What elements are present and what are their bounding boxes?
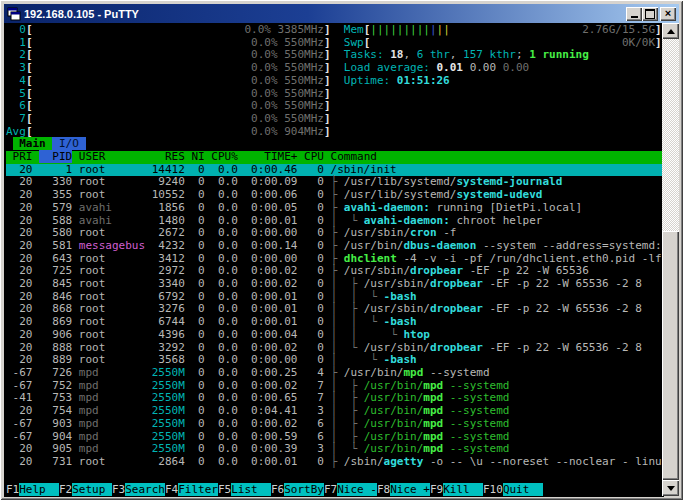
minimize-button[interactable] [626, 7, 642, 21]
putty-window: 192.168.0.105 - PuTTY × 0[ 0.0% 3385MHz]… [0, 0, 683, 500]
fkey-f8[interactable]: F8 [377, 483, 390, 496]
putty-icon [7, 7, 21, 21]
fkey-f5-label[interactable]: List [231, 483, 271, 496]
fkey-f1-label[interactable]: Help [19, 483, 59, 496]
scroll-down-button[interactable] [662, 480, 679, 496]
fkey-f4[interactable]: F4 [165, 483, 178, 496]
fkey-f2[interactable]: F2 [59, 483, 72, 496]
titlebar[interactable]: 192.168.0.105 - PuTTY × [4, 4, 679, 23]
function-key-bar: F1Help F2Setup F3SearchF4FilterF5List F6… [6, 484, 664, 497]
close-button[interactable]: × [660, 7, 676, 21]
terminal-blank-space [6, 469, 664, 485]
process-row-731[interactable]: 20 731 root 2864 0 0.0 0:00.01 0 ├ /sbin… [6, 456, 664, 469]
fkey-f8-label[interactable]: Nice + [390, 483, 430, 496]
window-title: 192.168.0.105 - PuTTY [24, 8, 623, 20]
htop-screen: 0[ 0.0% 3385MHz] Mem[|||||||||||| 2.76G/… [6, 24, 664, 469]
fkey-f7[interactable]: F7 [324, 483, 337, 496]
scrollbar-thumb[interactable] [662, 231, 679, 480]
fkey-f10-label[interactable]: Quit [503, 483, 543, 496]
column-header-pid[interactable]: PID [39, 150, 72, 163]
fkey-f10[interactable]: F10 [483, 483, 503, 496]
tab-io[interactable]: I/O [52, 137, 85, 150]
window-controls: × [626, 7, 676, 21]
close-icon: × [665, 8, 671, 19]
scrollbar[interactable] [662, 23, 679, 496]
fkey-f3-label[interactable]: Search [125, 483, 165, 496]
scroll-up-button[interactable] [662, 23, 679, 39]
maximize-button[interactable] [642, 7, 658, 21]
fkey-f1[interactable]: F1 [6, 483, 19, 496]
fkey-f6-label[interactable]: SortBy [284, 483, 324, 496]
fkey-f9[interactable]: F9 [430, 483, 443, 496]
minimize-icon [631, 16, 638, 18]
fkey-f3[interactable]: F3 [112, 483, 125, 496]
scroll-up-icon [667, 29, 675, 34]
fkey-f4-label[interactable]: Filter [178, 483, 218, 496]
fkey-f6[interactable]: F6 [271, 483, 284, 496]
maximize-icon [645, 9, 655, 19]
scroll-down-icon [667, 486, 675, 491]
fkey-f2-label[interactable]: Setup [72, 483, 112, 496]
table-header[interactable]: PRI PID USER RES NI CPU% TIME+ CPU Comma… [6, 151, 664, 164]
cpu-meter-Avg: Avg[ 0.0% 904MHz] [6, 126, 664, 139]
fkey-f9-label[interactable]: Kill [443, 483, 483, 496]
tab-main[interactable]: Main [13, 137, 53, 150]
fkey-f7-label[interactable]: Nice - [337, 483, 377, 496]
terminal: 0[ 0.0% 3385MHz] Mem[|||||||||||| 2.76G/… [4, 23, 664, 497]
fkey-f5[interactable]: F5 [218, 483, 231, 496]
